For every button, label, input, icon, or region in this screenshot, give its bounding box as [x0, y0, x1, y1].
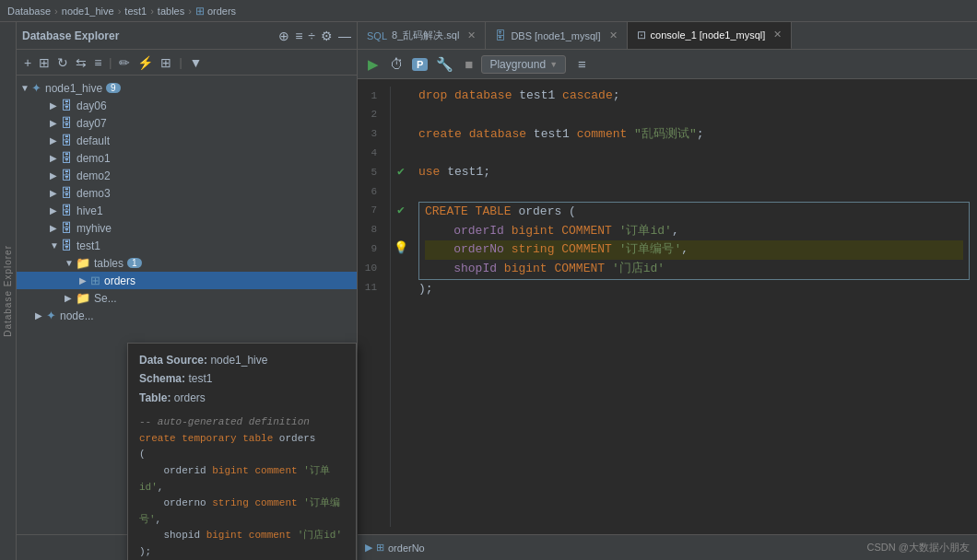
schema-icon: 🗄: [61, 221, 73, 235]
list-button[interactable]: ≡: [92, 54, 103, 71]
tree-label: day07: [77, 117, 107, 130]
tree-item-hive1[interactable]: ▶ 🗄 hive1: [17, 202, 357, 219]
tree-item-myhive[interactable]: ▶ 🗄 myhive: [17, 219, 357, 237]
tree-arrow: ▶: [50, 153, 61, 163]
tab-console[interactable]: ⊡ console_1 [node1_mysql] ✕: [628, 22, 793, 50]
split-icon[interactable]: ÷: [308, 29, 315, 43]
layout-icon[interactable]: ≡: [295, 29, 302, 43]
bottom-table-ref[interactable]: ▶ ⊞ orderNo: [365, 542, 425, 554]
console-button[interactable]: ⊞: [159, 54, 173, 71]
breadcrumb-item[interactable]: test1: [124, 6, 147, 17]
tree-arrow: ▶: [50, 188, 61, 198]
stop-button[interactable]: ■: [462, 55, 476, 73]
settings-icon[interactable]: ⚙: [321, 29, 333, 43]
playground-dropdown[interactable]: Playground ▼: [481, 55, 566, 74]
tree-item-node1-hive[interactable]: ▼ ✦ node1_hive 9: [17, 79, 357, 97]
schema-icon: 🗄: [61, 151, 73, 165]
edit-button[interactable]: ✏: [117, 54, 132, 71]
tree-item-node-other[interactable]: ▶ ✦ node...: [17, 307, 357, 324]
code-line-10[interactable]: shopId bigint COMMENT '门店id': [425, 260, 963, 279]
wrench-button[interactable]: 🔧: [433, 55, 456, 74]
sidebar-vertical-strip: Database Explorer: [0, 22, 17, 560]
sync-button[interactable]: ⇆: [74, 54, 88, 71]
playground-label: Playground: [489, 58, 546, 71]
breadcrumb-item[interactable]: Database: [7, 6, 51, 17]
tab-close-btn[interactable]: ✕: [773, 29, 782, 41]
code-line-1[interactable]: drop database test1 cascade;: [418, 87, 970, 106]
clock-button[interactable]: ⏱: [387, 55, 406, 73]
expand-icon[interactable]: ▶: [365, 542, 372, 554]
code-lines[interactable]: drop database test1 cascade; create data…: [411, 87, 977, 527]
tab-label: 8_乱码解决.sql: [392, 29, 459, 42]
code-line-2[interactable]: [418, 106, 970, 125]
layout-button[interactable]: ≡: [575, 55, 589, 73]
code-line-11[interactable]: );: [418, 280, 970, 299]
tree-item-default[interactable]: ▶ 🗄 default: [17, 132, 357, 149]
tooltip-table-label: Table:: [139, 391, 174, 404]
table-block[interactable]: CREATE TABLE orders ( orderId bigint COM…: [418, 202, 970, 280]
breadcrumb-item-orders[interactable]: orders: [207, 6, 236, 17]
code-line-7[interactable]: CREATE TABLE orders (: [425, 203, 963, 222]
code-line-4[interactable]: [418, 144, 970, 163]
tree-label: demo3: [77, 187, 111, 200]
code-line-3[interactable]: create database test1 comment "乱码测试";: [418, 125, 970, 145]
tree-item-day06[interactable]: ▶ 🗄 day06: [17, 97, 357, 114]
line-numbers: 1 2 3 4 5 6 7 8 9 10 11: [358, 87, 391, 527]
tree-item-test1[interactable]: ▼ 🗄 test1: [17, 237, 357, 254]
tooltip-code-line: create temporary table orders: [139, 431, 345, 448]
tree-item-demo2[interactable]: ▶ 🗄 demo2: [17, 167, 357, 184]
tree-arrow: ▶: [50, 135, 61, 146]
code-line-8[interactable]: orderId bigint COMMENT '订单id',: [425, 222, 963, 241]
tab-close-btn[interactable]: ✕: [609, 29, 618, 41]
tree-item-day07[interactable]: ▶ 🗄 day07: [17, 114, 357, 132]
breadcrumb: Database › node1_hive › test1 › tables ›…: [0, 0, 977, 22]
tree-arrow: ▶: [50, 118, 61, 128]
schema-icon: 🗄: [61, 116, 73, 130]
code-area[interactable]: 1 2 3 4 5 6 7 8 9 10 11: [358, 79, 977, 534]
run-button[interactable]: ▶: [365, 55, 382, 74]
execute-button[interactable]: ⚡: [135, 54, 155, 71]
breadcrumb-item[interactable]: node1_hive: [62, 6, 114, 17]
tree-item-orders[interactable]: ▶ ⊞ orders: [17, 272, 357, 289]
breadcrumb-item[interactable]: tables: [158, 6, 184, 17]
p-button[interactable]: P: [412, 58, 428, 71]
tab-sql-file[interactable]: SQL 8_乱码解决.sql ✕: [358, 22, 486, 50]
tooltip-schema-label: Schema:: [139, 372, 188, 385]
code-line-9[interactable]: orderNo string COMMENT '订单编号',: [425, 240, 963, 260]
tree-item-se[interactable]: ▶ 📁 Se...: [17, 289, 357, 307]
tree-item-tables[interactable]: ▼ 📁 tables 1: [17, 254, 357, 272]
add-connection-icon[interactable]: ⊕: [278, 29, 289, 43]
sidebar-vertical-label: Database Explorer: [3, 245, 13, 337]
folder-icon: 📁: [76, 291, 90, 305]
code-editor[interactable]: 1 2 3 4 5 6 7 8 9 10 11: [358, 79, 977, 560]
tab-close-btn[interactable]: ✕: [467, 29, 476, 41]
tree-label: test1: [77, 239, 100, 252]
line-gutter: ✔ ✔ 💡: [391, 87, 411, 527]
schema-icon: 🗄: [61, 239, 73, 252]
code-line-6[interactable]: [418, 182, 970, 202]
tree-label: Se...: [94, 292, 117, 305]
table-tooltip: Data Source: node1_hive Schema: test1 Ta…: [127, 343, 357, 560]
tree-label: demo1: [77, 152, 111, 165]
grid-button[interactable]: ⊞: [37, 54, 52, 71]
schema-icon: 🗄: [61, 204, 73, 217]
node-icon: ✦: [31, 81, 41, 95]
tooltip-code-line: orderno string comment '订单编号',: [139, 496, 345, 528]
tree-item-demo3[interactable]: ▶ 🗄 demo3: [17, 184, 357, 202]
db-icon: 🗄: [495, 29, 506, 42]
tree-label: hive1: [77, 204, 103, 217]
node-icon: ✦: [46, 309, 56, 322]
tab-dbs[interactable]: 🗄 DBS [node1_mysql] ✕: [486, 22, 627, 50]
code-line-5[interactable]: use test1;: [418, 163, 970, 182]
tree-label: tables: [94, 257, 124, 270]
close-panel-icon[interactable]: —: [338, 29, 351, 43]
watermark: CSDN @大数据小朋友: [867, 541, 970, 554]
refresh-button[interactable]: ↻: [55, 54, 70, 71]
add-button[interactable]: +: [22, 54, 33, 71]
tree-item-demo1[interactable]: ▶ 🗄 demo1: [17, 149, 357, 167]
sidebar-header: Database Explorer ⊕ ≡ ÷ ⚙ —: [17, 22, 357, 50]
tree-label: node...: [60, 309, 94, 322]
table-ref-icon: ⊞: [376, 542, 384, 554]
filter-button[interactable]: ▼: [188, 54, 205, 71]
tooltip-code-line: );: [139, 544, 345, 560]
